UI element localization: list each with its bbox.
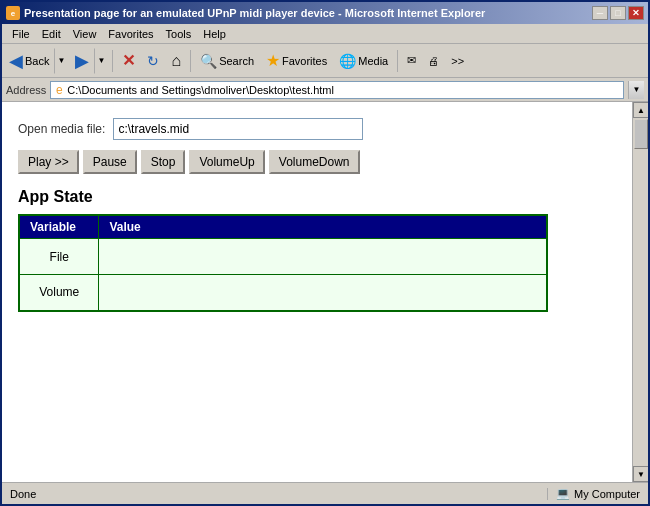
volume-up-button[interactable]: VolumeUp bbox=[189, 150, 264, 174]
menu-tools[interactable]: Tools bbox=[160, 26, 198, 42]
back-dropdown-button[interactable]: ▼ bbox=[54, 48, 68, 74]
variable-header: Variable bbox=[19, 215, 99, 239]
table-row: File bbox=[19, 239, 547, 275]
search-icon: 🔍 bbox=[200, 53, 217, 69]
close-button[interactable]: ✕ bbox=[628, 6, 644, 20]
menu-bar: File Edit View Favorites Tools Help bbox=[2, 24, 648, 44]
zone-label: My Computer bbox=[574, 488, 640, 500]
toolbar-separator-3 bbox=[397, 50, 398, 72]
address-input[interactable] bbox=[67, 82, 623, 98]
browser-icon: e bbox=[6, 6, 20, 20]
media-label: Media bbox=[358, 55, 388, 67]
more-button[interactable]: >> bbox=[446, 48, 469, 74]
menu-view[interactable]: View bbox=[67, 26, 103, 42]
toolbar-separator-1 bbox=[112, 50, 113, 72]
print-button[interactable]: 🖨 bbox=[423, 48, 444, 74]
menu-edit[interactable]: Edit bbox=[36, 26, 67, 42]
menu-file[interactable]: File bbox=[6, 26, 36, 42]
search-toolbar-button[interactable]: 🔍 Search bbox=[195, 48, 259, 74]
home-icon: ⌂ bbox=[171, 52, 181, 70]
maximize-button[interactable]: □ bbox=[610, 6, 626, 20]
media-file-input[interactable] bbox=[113, 118, 363, 140]
media-file-label: Open media file: bbox=[18, 122, 105, 136]
title-bar-left: e Presentation page for an emulated UPnP… bbox=[6, 6, 485, 20]
refresh-icon: ↻ bbox=[147, 53, 159, 69]
state-table: Variable Value File Volume bbox=[18, 214, 548, 312]
forward-dropdown-button[interactable]: ▼ bbox=[94, 48, 108, 74]
scroll-thumb[interactable] bbox=[634, 119, 648, 149]
address-bar: Address e ▼ bbox=[2, 78, 648, 102]
table-row: Volume bbox=[19, 275, 547, 311]
search-label: Search bbox=[219, 55, 254, 67]
scroll-down-button[interactable]: ▼ bbox=[633, 466, 648, 482]
print-icon: 🖨 bbox=[428, 55, 439, 67]
more-icon: >> bbox=[451, 55, 464, 67]
stop-player-button[interactable]: Stop bbox=[141, 150, 186, 174]
mail-icon: ✉ bbox=[407, 54, 416, 67]
file-variable-cell: File bbox=[19, 239, 99, 275]
favorites-label: Favorites bbox=[282, 55, 327, 67]
status-bar: Done 💻 My Computer bbox=[2, 482, 648, 504]
address-dropdown-button[interactable]: ▼ bbox=[628, 81, 644, 99]
toolbar: ◀ Back ▼ ▶ ▼ ✕ ↻ ⌂ 🔍 Search ★ bbox=[2, 44, 648, 78]
mail-button[interactable]: ✉ bbox=[402, 48, 421, 74]
volume-down-button[interactable]: VolumeDown bbox=[269, 150, 360, 174]
stop-icon: ✕ bbox=[122, 51, 135, 70]
favorites-toolbar-button[interactable]: ★ Favorites bbox=[261, 48, 332, 74]
minimize-button[interactable]: ─ bbox=[592, 6, 608, 20]
play-button[interactable]: Play >> bbox=[18, 150, 79, 174]
back-label: Back bbox=[25, 55, 49, 67]
window-title: Presentation page for an emulated UPnP m… bbox=[24, 7, 485, 19]
pause-button[interactable]: Pause bbox=[83, 150, 137, 174]
media-globe-icon: 🌐 bbox=[339, 53, 356, 69]
home-button[interactable]: ⌂ bbox=[166, 48, 186, 74]
status-text: Done bbox=[2, 488, 548, 500]
table-header-row: Variable Value bbox=[19, 215, 547, 239]
address-input-wrap: e bbox=[50, 81, 624, 99]
content-area: Open media file: Play >> Pause Stop Volu… bbox=[2, 102, 632, 482]
scrollbar: ▲ ▼ bbox=[632, 102, 648, 482]
forward-button[interactable]: ▶ bbox=[72, 48, 92, 74]
refresh-button[interactable]: ↻ bbox=[142, 48, 164, 74]
address-label: Address bbox=[6, 84, 46, 96]
file-value-cell bbox=[99, 239, 547, 275]
zone-section: 💻 My Computer bbox=[548, 487, 648, 500]
volume-value-cell bbox=[99, 275, 547, 311]
volume-variable-cell: Volume bbox=[19, 275, 99, 311]
menu-favorites[interactable]: Favorites bbox=[102, 26, 159, 42]
menu-help[interactable]: Help bbox=[197, 26, 232, 42]
computer-icon: 💻 bbox=[556, 487, 570, 500]
browser-window: e Presentation page for an emulated UPnP… bbox=[0, 0, 650, 506]
forward-icon: ▶ bbox=[75, 50, 89, 72]
page-icon: e bbox=[51, 82, 67, 98]
scroll-up-button[interactable]: ▲ bbox=[633, 102, 648, 118]
player-buttons-row: Play >> Pause Stop VolumeUp VolumeDown bbox=[18, 150, 616, 174]
app-state-title: App State bbox=[18, 188, 616, 206]
back-icon: ◀ bbox=[9, 52, 23, 70]
media-toolbar-button[interactable]: 🌐 Media bbox=[334, 48, 393, 74]
media-file-row: Open media file: bbox=[18, 118, 616, 140]
stop-button[interactable]: ✕ bbox=[117, 48, 140, 74]
back-button[interactable]: ◀ Back bbox=[6, 48, 52, 74]
title-bar-buttons: ─ □ ✕ bbox=[592, 6, 644, 20]
title-bar: e Presentation page for an emulated UPnP… bbox=[2, 2, 648, 24]
favorites-star-icon: ★ bbox=[266, 51, 280, 70]
content-area-wrapper: Open media file: Play >> Pause Stop Volu… bbox=[2, 102, 648, 482]
value-header: Value bbox=[99, 215, 547, 239]
scroll-track bbox=[633, 118, 648, 466]
toolbar-separator-2 bbox=[190, 50, 191, 72]
